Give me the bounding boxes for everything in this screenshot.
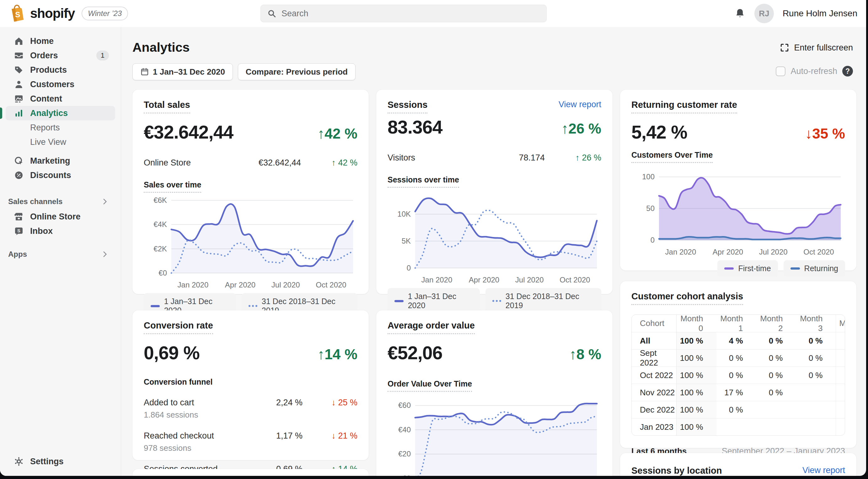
total-sales-delta: ↑42 % — [317, 125, 358, 142]
returning-customer-rate-card: Returning customer rate 5,42 % ↓35 % Cus… — [620, 90, 857, 271]
svg-text:Jul 2020: Jul 2020 — [515, 276, 544, 284]
calendar-icon — [140, 67, 149, 76]
funnel-row-added-to-cart: Added to cart1.864 sessions 2,24 % ↓ 25 … — [144, 398, 358, 420]
sidebar-section-sales-channels[interactable]: Sales channels — [6, 194, 115, 209]
date-range-button[interactable]: 1 Jan–31 Dec 2020 — [132, 63, 233, 80]
autorefresh-checkbox[interactable] — [776, 66, 785, 76]
search-icon — [267, 9, 276, 18]
card-title[interactable]: Conversion rate — [144, 320, 213, 334]
analytics-icon — [14, 108, 24, 118]
sales-over-time-chart: €0€2K€4K€6KJan 2020Apr 2020Jul 2020Oct 2… — [144, 196, 358, 290]
notification-bell-icon[interactable] — [734, 7, 746, 20]
sidebar-item-content[interactable]: Content — [6, 92, 115, 106]
card-title[interactable]: Average order value — [388, 320, 475, 334]
chart-title[interactable]: Sales over time — [144, 180, 201, 193]
svg-text:€20: €20 — [398, 449, 411, 458]
topbar: S shopify Winter ’23 Search RJ Rune Holm… — [0, 0, 866, 27]
card-title[interactable]: Total sales — [144, 100, 190, 113]
sidebar-item-inbox[interactable]: S Inbox — [6, 224, 115, 238]
cohort-row-jan-2023: Jan 2023 100 % — [632, 418, 845, 436]
app-window: S shopify Winter ’23 Search RJ Rune Holm… — [0, 0, 866, 476]
svg-text:Apr 2020: Apr 2020 — [225, 280, 255, 289]
chart-title[interactable]: Order Value Over Time — [388, 379, 472, 392]
help-icon[interactable]: ? — [842, 66, 853, 76]
svg-text:Oct 2020: Oct 2020 — [560, 276, 590, 284]
cohort-row-oct-2022: Oct 2022 100 % 0 % 0 % 0 % — [632, 367, 845, 384]
average-order-value-card: Average order value €52,06 ↑8 % Order Va… — [376, 310, 613, 476]
enter-fullscreen-button[interactable]: Enter fullscreen — [779, 43, 853, 53]
shopify-wordmark: shopify — [30, 6, 75, 21]
returning-rate-delta: ↓35 % — [805, 125, 845, 142]
cohort-row-sept-2022: Sept 2022 100 % 0 % 0 % 0 % — [632, 349, 845, 367]
card-title[interactable]: Sessions — [388, 100, 427, 113]
compare-button[interactable]: Compare: Previous period — [238, 63, 355, 80]
card-title[interactable]: Returning customer rate — [631, 100, 737, 113]
svg-text:Jul 2020: Jul 2020 — [272, 280, 300, 289]
cohort-table: Cohort Month 0 Month 1 Month 2 Month 3 M… — [631, 314, 845, 436]
sidebar-item-customers[interactable]: Customers — [6, 77, 115, 92]
conversion-rate-card: Conversion rate 0,69 % ↑14 % Conversion … — [132, 310, 369, 460]
sidebar-item-analytics[interactable]: Analytics — [6, 106, 115, 121]
svg-text:Jan 2020: Jan 2020 — [665, 248, 696, 256]
sidebar-item-orders[interactable]: Orders 1 — [6, 48, 115, 63]
home-icon — [14, 36, 24, 46]
legend-previous-period[interactable]: 31 Dec 2018–31 Dec 2019 — [486, 288, 601, 314]
discounts-icon — [14, 170, 24, 180]
view-report-link[interactable]: View report — [559, 100, 601, 109]
dotted-line-swatch — [492, 300, 501, 302]
conversion-rate-value: 0,69 % — [144, 342, 199, 364]
sidebar-item-live-view[interactable]: Live View — [6, 135, 115, 149]
svg-text:€6K: €6K — [153, 196, 167, 204]
search-input[interactable]: Search — [260, 5, 547, 22]
sidebar-item-discounts[interactable]: Discounts — [6, 168, 115, 182]
sessions-over-time-chart: 05K10KJan 2020Apr 2020Jul 2020Oct 2020 — [388, 191, 601, 285]
sessions-value: 83.364 — [388, 116, 442, 138]
customer-cohort-card: Customer cohort analysis Cohort Month 0 … — [620, 281, 857, 448]
sessions-card: Sessions View report 83.364 ↑26 % Visito… — [376, 90, 613, 294]
chart-title[interactable]: Customers Over Time — [631, 150, 713, 163]
avatar[interactable]: RJ — [754, 4, 774, 23]
sessions-delta: ↑26 % — [561, 120, 601, 137]
sidebar-item-settings[interactable]: Settings — [6, 454, 115, 469]
svg-text:Oct 2020: Oct 2020 — [803, 248, 834, 256]
svg-text:Oct 2020: Oct 2020 — [316, 280, 346, 289]
user-name[interactable]: Rune Holm Jensen — [783, 8, 857, 19]
svg-text:10K: 10K — [397, 210, 411, 218]
funnel-row-reached-checkout: Reached checkout978 sessions 1,17 % ↓ 21… — [144, 431, 358, 453]
gear-icon — [14, 456, 24, 467]
svg-text:Jan 2020: Jan 2020 — [422, 276, 453, 284]
cohort-row-nov-2022: Nov 2022 100 % 17 % 0 % — [632, 384, 845, 401]
chart-title[interactable]: Sessions over time — [388, 175, 459, 188]
svg-text:0: 0 — [407, 264, 411, 272]
view-report-link[interactable]: View report — [802, 466, 845, 475]
svg-text:S: S — [15, 10, 20, 19]
order-value-over-time-chart: €0€20€40€60Jan 2020Apr 2020Jul 2020Oct 2… — [388, 395, 601, 476]
sidebar-item-reports[interactable]: Reports — [6, 121, 115, 135]
funnel-title: Conversion funnel — [144, 377, 358, 386]
sidebar-item-marketing[interactable]: Marketing — [6, 153, 115, 168]
shopify-logo[interactable]: S shopify Winter ’23 — [8, 4, 128, 23]
sidebar-item-home[interactable]: Home — [6, 34, 115, 48]
svg-text:€60: €60 — [398, 401, 411, 409]
legend-current-period[interactable]: 1 Jan–31 Dec 2020 — [388, 288, 480, 314]
sidebar-item-products[interactable]: Products — [6, 63, 115, 77]
purple-line-swatch — [724, 267, 734, 270]
sidebar-section-apps[interactable]: Apps — [6, 246, 115, 262]
legend-first-time[interactable]: First-time — [717, 260, 778, 277]
chevron-right-icon — [101, 198, 109, 206]
fullscreen-icon — [779, 43, 789, 53]
card-title[interactable]: Customer cohort analysis — [631, 291, 743, 305]
svg-text:5K: 5K — [402, 237, 411, 245]
selected-indicator — [0, 107, 2, 119]
svg-text:€2K: €2K — [153, 244, 167, 253]
card-title[interactable]: Sessions by location — [631, 466, 722, 476]
sidebar-item-online-store[interactable]: Online Store — [6, 209, 115, 224]
legend-returning[interactable]: Returning — [783, 260, 845, 277]
svg-text:Jan 2020: Jan 2020 — [178, 280, 209, 289]
customers-over-time-chart: 050100Jan 2020Apr 2020Jul 2020Oct 2020 — [631, 166, 845, 257]
svg-text:50: 50 — [646, 204, 655, 212]
products-tag-icon — [14, 65, 24, 75]
release-badge: Winter ’23 — [82, 7, 128, 21]
total-sales-value: €32.642,44 — [144, 122, 233, 143]
metric-row: Visitors 78.174 ↑ 26 % — [388, 153, 601, 163]
